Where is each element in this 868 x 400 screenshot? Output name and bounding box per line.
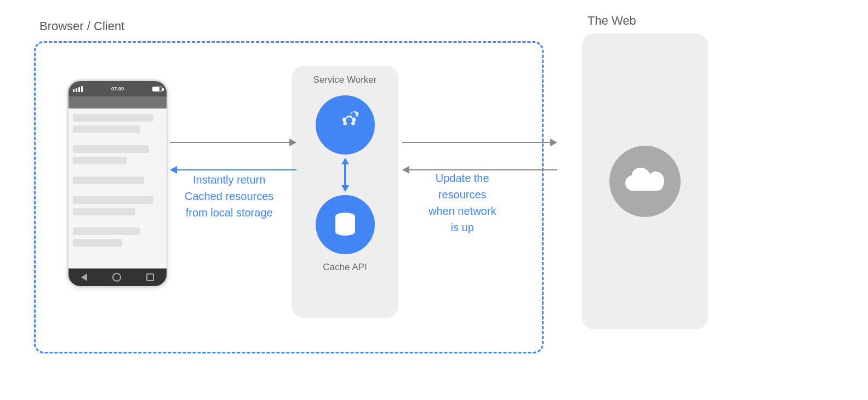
arrow-line-blue xyxy=(177,169,296,171)
cached-resources-annotation: Instantly return Cached resources from l… xyxy=(185,172,273,221)
arrow-right-icon xyxy=(289,139,296,146)
content-placeholder xyxy=(73,145,149,153)
web-box xyxy=(582,33,708,329)
web-label: The Web xyxy=(582,14,708,28)
phone-device: 07:00 xyxy=(67,79,168,288)
svg-point-0 xyxy=(346,117,352,124)
service-worker-label: Service Worker xyxy=(313,75,377,85)
content-placeholder xyxy=(73,227,140,235)
update-line4: is up xyxy=(429,219,496,236)
content-placeholder xyxy=(73,125,140,133)
content-placeholder xyxy=(73,176,144,184)
home-icon xyxy=(112,273,121,282)
sw-cache-connector xyxy=(341,155,349,195)
phone-time: 07:00 xyxy=(111,86,124,92)
database-icon xyxy=(329,208,362,241)
update-line2: resources xyxy=(429,186,496,203)
content-placeholder xyxy=(73,208,135,215)
annotation-line1: Instantly return xyxy=(185,172,273,188)
recents-icon xyxy=(146,273,154,281)
annotation-line2: Cached resources xyxy=(185,188,273,204)
arrow-line-vertical xyxy=(344,164,346,185)
signal-icon xyxy=(73,86,83,92)
content-placeholder xyxy=(73,239,122,247)
arrow-line-gray xyxy=(402,142,550,143)
content-placeholder xyxy=(73,114,153,122)
phone-bottom-bar xyxy=(68,268,167,286)
content-placeholder xyxy=(73,196,153,204)
back-icon xyxy=(81,273,87,281)
arrow-left-gray-icon xyxy=(402,166,409,174)
browser-label: Browser / Client xyxy=(39,19,124,33)
arrow-right-gray-icon xyxy=(550,139,557,146)
update-resources-annotation: Update the resources when network is up xyxy=(429,170,496,236)
sw-to-web-arrow xyxy=(402,139,557,146)
cache-api-icon-circle xyxy=(316,195,375,254)
service-worker-icon-circle xyxy=(316,95,375,155)
battery-icon xyxy=(152,87,162,92)
the-web-section: The Web xyxy=(582,14,708,329)
svg-point-1 xyxy=(351,112,356,117)
diagram: Browser / Client 07:00 xyxy=(23,14,845,386)
update-line3: when network xyxy=(429,203,496,219)
service-worker-box: Service Worker xyxy=(292,66,398,318)
arrow-down-icon xyxy=(341,158,349,164)
arrow-up-icon xyxy=(341,185,349,192)
cache-api-label: Cache API xyxy=(323,262,367,273)
content-placeholder xyxy=(73,157,127,164)
annotation-line3: from local storage xyxy=(185,204,273,221)
arrow-left-blue-icon xyxy=(170,166,177,174)
svg-point-8 xyxy=(335,228,355,236)
arrow-line xyxy=(170,142,289,143)
phone-status-bar: 07:00 xyxy=(68,81,167,96)
phone-content-area xyxy=(68,108,167,268)
phone-nav-bar xyxy=(68,96,167,108)
cloud-icon xyxy=(623,167,667,197)
phone-to-sw-arrow xyxy=(170,139,296,146)
gear-icon xyxy=(326,106,364,144)
cloud-circle xyxy=(609,146,681,217)
update-line1: Update the xyxy=(429,170,496,186)
